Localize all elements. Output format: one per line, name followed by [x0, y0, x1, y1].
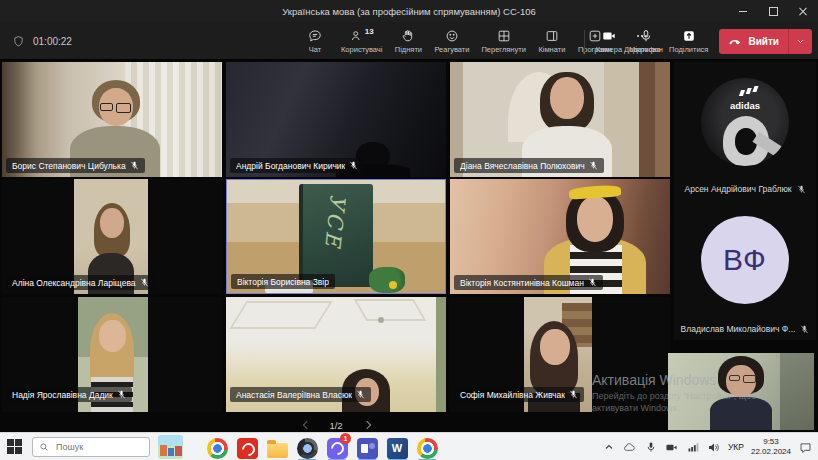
participant-name-label: Арсен Андрійович Граблюк	[674, 184, 816, 194]
tray-camera-icon[interactable]	[665, 440, 679, 454]
camera-button[interactable]: Камера	[592, 22, 626, 60]
taskbar-chrome-profile[interactable]	[294, 435, 320, 460]
leave-button[interactable]: Вийти	[719, 29, 812, 54]
notification-center-icon[interactable]	[798, 440, 812, 454]
participant-tile[interactable]: Анастасія Валеріївна Власюк	[226, 297, 446, 412]
close-button[interactable]	[788, 0, 818, 22]
participant-tile[interactable]: Вікторія Костянтинівна Кошман	[450, 179, 670, 294]
participant-name-label: Діана Вячеславівна Полюхович	[454, 158, 604, 173]
previous-page-chevron-icon[interactable]	[299, 418, 313, 432]
start-button[interactable]	[7, 439, 23, 455]
mic-muted-icon	[356, 390, 365, 399]
maximize-button[interactable]	[758, 0, 788, 22]
title-bar: Українська мова (за професійним спрямува…	[0, 0, 818, 22]
share-button[interactable]: Поділитися	[666, 22, 711, 60]
tray-date: 22.02.2024	[751, 447, 791, 456]
participant-tile[interactable]: Діана Вячеславівна Полюхович	[450, 62, 670, 177]
mic-muted-icon	[130, 161, 139, 170]
participant-tile[interactable]	[668, 353, 814, 430]
participant-tile[interactable]: Аліна Олександрівна Ларіщева	[2, 179, 222, 294]
participant-tile[interactable]: Надія Ярославівна Дадик	[2, 297, 222, 412]
participant-name-label: Вікторія Костянтинівна Кошман	[454, 275, 603, 290]
word-icon: W	[387, 438, 408, 459]
participant-tile[interactable]: Андрій Богданович Киричик	[226, 62, 446, 177]
teams-meeting-window: Українська мова (за професійним спрямува…	[0, 0, 818, 460]
microphone-button[interactable]: Мікрофон	[626, 22, 666, 60]
volume-icon[interactable]	[707, 440, 721, 454]
view-button[interactable]: Переглянути	[478, 22, 528, 60]
smiley-icon	[445, 29, 459, 43]
participants-button[interactable]: 13 Користувачі	[338, 22, 385, 60]
participant-name-label: Софія Михайлівна Живчак	[454, 387, 584, 402]
mic-muted-icon	[140, 278, 149, 287]
folder-icon	[267, 443, 288, 458]
chevron-down-icon	[796, 37, 805, 46]
viber-notification-badge: 1	[340, 433, 351, 444]
rooms-button[interactable]: Кімнати	[535, 22, 569, 60]
hangup-icon	[728, 34, 742, 48]
participant-name-label: Надія Ярославівна Дадик	[6, 387, 132, 402]
toolbar-divider	[584, 30, 585, 52]
leave-options-chevron[interactable]	[789, 29, 812, 54]
tray-microphone-icon[interactable]	[644, 440, 658, 454]
language-indicator[interactable]: УКР	[728, 442, 744, 452]
onedrive-cloud-icon[interactable]	[623, 440, 637, 454]
participant-name-label: Анастасія Валеріївна Власюк	[230, 387, 371, 402]
taskbar-chrome-2[interactable]	[414, 435, 440, 460]
chrome-dark-icon	[297, 438, 318, 459]
taskbar-file-explorer[interactable]	[264, 435, 290, 460]
tray-clock[interactable]: 9:53 22.02.2024	[751, 437, 791, 457]
participant-tile-avatar[interactable]: adidas Арсен Андрійович Граблюк	[674, 62, 816, 200]
avatar-brand-text: adidas	[701, 100, 789, 111]
minimize-button[interactable]	[728, 0, 758, 22]
taskbar-search[interactable]	[32, 437, 150, 457]
next-page-chevron-icon[interactable]	[359, 418, 373, 432]
avatar: ВФ	[701, 216, 789, 304]
react-button[interactable]: Реагувати	[431, 22, 472, 60]
mic-muted-icon	[117, 390, 126, 399]
taskbar-acrobat[interactable]	[234, 435, 260, 460]
chat-button[interactable]: Чат	[298, 22, 332, 60]
taskbar-chrome[interactable]	[204, 435, 230, 460]
system-tray: УКР 9:53 22.02.2024	[602, 433, 816, 460]
window-controls	[728, 0, 818, 22]
search-input[interactable]	[54, 441, 134, 453]
participant-tile-active-speaker[interactable]: УСЕ Вікторія Борисівна Звір	[226, 179, 446, 294]
participant-name-label: Борис Степанович Цибулька	[6, 158, 145, 173]
breakout-rooms-icon	[545, 29, 559, 43]
raise-hand-button[interactable]: Підняти	[391, 22, 425, 60]
mic-muted-icon	[569, 390, 578, 399]
shield-icon	[12, 35, 25, 48]
network-signal-icon[interactable]	[686, 440, 700, 454]
taskbar-word[interactable]: W	[384, 435, 410, 460]
participant-tile[interactable]: Борис Степанович Цибулька	[2, 62, 222, 177]
toolbar-right-group: Камера Мікрофон Поділитися Вийти	[577, 22, 812, 60]
chrome-icon	[207, 438, 228, 459]
participant-name-label: Андрій Богданович Киричик	[230, 158, 364, 173]
camera-icon	[602, 29, 616, 43]
participant-video	[668, 353, 814, 430]
page-indicator: 1/2	[329, 420, 342, 431]
hidden-icons-chevron-icon[interactable]	[602, 440, 616, 454]
microphone-icon	[639, 29, 653, 43]
taskbar-viber[interactable]: 1	[324, 435, 350, 460]
avatar: adidas	[701, 78, 789, 166]
participant-name-label: Владислав Миколайович Ф...	[674, 324, 816, 334]
timer-value: 01:00:22	[33, 36, 72, 47]
chat-icon	[308, 29, 322, 43]
widgets-icon[interactable]	[158, 435, 183, 459]
meeting-toolbar: 01:00:22 Чат 13 Користувачі Підняти Реаг…	[0, 22, 818, 60]
avatar-initials: ВФ	[723, 243, 767, 277]
adidas-logo-icon	[739, 90, 745, 96]
participant-tile[interactable]: Софія Михайлівна Живчак	[450, 297, 670, 412]
taskbar-teams[interactable]	[354, 435, 380, 460]
participant-name-label: Аліна Олександрівна Ларіщева	[6, 275, 155, 290]
chrome-icon	[417, 438, 438, 459]
participant-tile-avatar[interactable]: ВФ Владислав Миколайович Ф...	[674, 200, 816, 340]
meeting-timer: 01:00:22	[12, 22, 72, 60]
video-grid: Борис Степанович Цибулька Андрій Богдано…	[0, 60, 818, 432]
mic-muted-icon	[589, 161, 598, 170]
teams-icon	[357, 438, 378, 459]
mic-muted-icon	[349, 161, 358, 170]
windows-taskbar: 1 W УКР 9:53 22.02.2024	[0, 432, 818, 460]
